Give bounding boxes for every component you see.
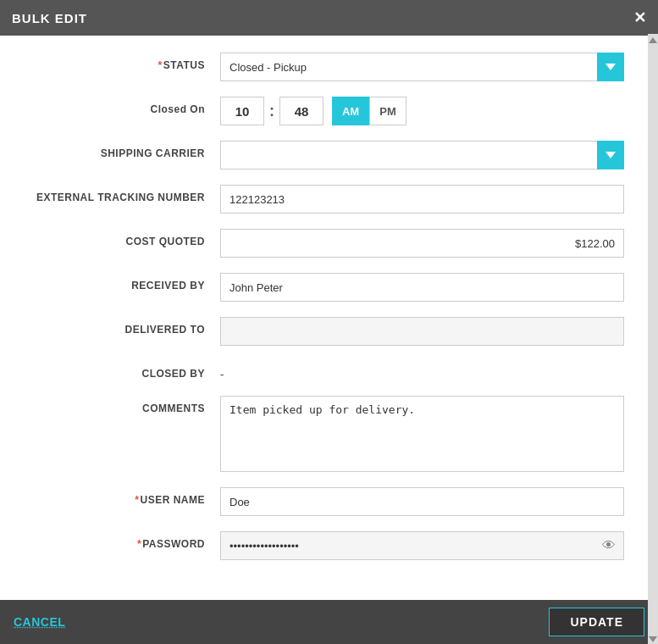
tracking-number-row: EXTERNAL TRACKING NUMBER	[34, 185, 624, 214]
cancel-button[interactable]: CANCEL	[14, 615, 65, 629]
cost-quoted-input[interactable]	[220, 229, 624, 258]
tracking-number-input[interactable]	[220, 185, 624, 214]
closed-by-label: CLOSED BY	[34, 361, 220, 380]
time-row: : AM PM	[220, 97, 406, 125]
shipping-carrier-select-wrapper	[220, 141, 624, 169]
time-separator: :	[268, 103, 276, 120]
am-button[interactable]: AM	[332, 97, 369, 125]
status-select-wrapper: Closed - Pickup Open Closed - Delivery	[220, 53, 624, 81]
password-label: *PASSWORD	[34, 531, 220, 550]
modal-header: BULK EDIT ✕	[0, 0, 658, 36]
cost-quoted-row: COST QUOTED	[34, 229, 624, 258]
scroll-down-icon[interactable]	[649, 636, 657, 642]
comments-label: COMMENTS	[34, 396, 220, 414]
time-hour-input[interactable]	[220, 97, 264, 125]
received-by-input[interactable]	[220, 273, 624, 302]
username-required-marker: *	[135, 494, 139, 506]
received-by-row: RECEIVED BY	[34, 273, 624, 302]
password-required-marker: *	[137, 538, 141, 550]
closed-by-value: -	[220, 361, 224, 380]
tracking-number-label: EXTERNAL TRACKING NUMBER	[34, 185, 220, 203]
shipping-carrier-label: SHIPPING CARRIER	[34, 141, 220, 159]
received-by-label: RECEIVED BY	[34, 273, 220, 291]
closed-by-row: CLOSED BY -	[34, 361, 624, 380]
username-label: *USER NAME	[34, 487, 220, 506]
username-row: *USER NAME	[34, 487, 624, 516]
eye-icon[interactable]: 👁	[602, 538, 616, 553]
close-button[interactable]: ✕	[633, 8, 646, 27]
update-button[interactable]: UPDATE	[549, 608, 644, 636]
ampm-group: AM PM	[332, 97, 406, 125]
time-minute-input[interactable]	[279, 97, 323, 125]
closed-on-row: Closed On : AM PM	[34, 97, 624, 125]
comments-textarea[interactable]: Item picked up for delivery.	[220, 396, 624, 472]
status-required-marker: *	[158, 59, 163, 71]
shipping-carrier-row: SHIPPING CARRIER	[34, 141, 624, 169]
shipping-carrier-select[interactable]	[220, 141, 624, 169]
bulk-edit-modal: BULK EDIT ✕ *STATUS Closed - Pickup Open…	[0, 0, 658, 644]
password-input[interactable]	[220, 531, 624, 560]
username-input[interactable]	[220, 487, 624, 516]
closed-on-label: Closed On	[34, 97, 220, 115]
cost-quoted-label: COST QUOTED	[34, 229, 220, 247]
delivered-to-label: DELIVERED TO	[34, 317, 220, 336]
status-row: *STATUS Closed - Pickup Open Closed - De…	[34, 53, 624, 81]
comments-row: COMMENTS Item picked up for delivery.	[34, 396, 624, 472]
pm-button[interactable]: PM	[369, 97, 406, 125]
modal-body: *STATUS Closed - Pickup Open Closed - De…	[0, 36, 658, 600]
password-row: *PASSWORD 👁	[34, 531, 624, 560]
modal-footer: CANCEL UPDATE	[0, 600, 658, 644]
password-wrapper: 👁	[220, 531, 624, 560]
modal-title: BULK EDIT	[12, 11, 87, 25]
delivered-to-row: DELIVERED TO	[34, 317, 624, 346]
delivered-to-input[interactable]	[220, 317, 624, 346]
scrollbar	[648, 34, 658, 644]
status-label: *STATUS	[34, 53, 220, 71]
scroll-up-icon[interactable]	[649, 37, 657, 43]
status-select[interactable]: Closed - Pickup Open Closed - Delivery	[220, 53, 624, 81]
